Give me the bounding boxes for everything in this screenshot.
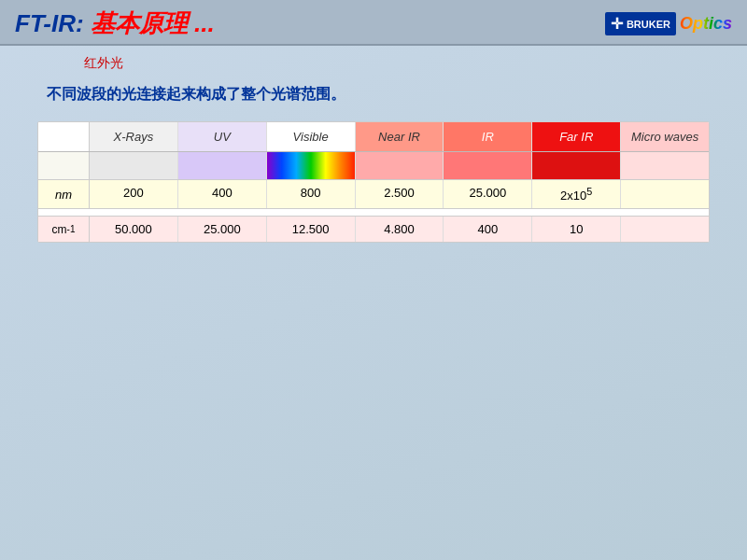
cm-val-25000: 25.000 [178, 217, 267, 242]
cm-label: cm-1 [38, 217, 90, 242]
spacer-row [38, 209, 709, 217]
nm-label: nm [38, 180, 90, 208]
cm-val-12500: 12.500 [267, 217, 356, 242]
spectrum-table: X-Rays UV Visible Near IR IR Far IR Micr… [37, 121, 710, 243]
spec-nearir-label: Near IR [356, 122, 444, 151]
header: FT-IR: 基本原理 ... ✛ BRUKER Optics [0, 0, 747, 46]
color-band-nearir [356, 152, 444, 179]
spec-farir-label: Far IR [532, 122, 621, 151]
page-title: FT-IR: 基本原理 ... [15, 7, 215, 40]
color-band-row [38, 152, 709, 180]
nm-row: nm 200 400 800 2.500 25.000 2x105 [38, 180, 709, 209]
bruker-text: BRUKER [627, 19, 670, 30]
header-label-empty [38, 122, 90, 151]
spec-uv-label: UV [178, 122, 267, 151]
cm-val-400: 400 [444, 217, 532, 242]
optics-logo: Optics [680, 14, 732, 34]
nm-val-800: 800 [267, 180, 356, 208]
nm-val-2500: 2.500 [356, 180, 444, 208]
content-area: 红外光 不同波段的光连接起来构成了整个光谱范围。 X-Rays UV Visib… [0, 46, 747, 252]
spec-ir-label: IR [444, 122, 532, 151]
title-chinese: 基本原理 ... [91, 9, 215, 37]
color-band-xray [90, 152, 178, 179]
color-band-micro [621, 152, 709, 179]
cm-val-50000: 50.000 [90, 217, 178, 242]
color-band-uv [178, 152, 267, 179]
subtitle-text: 红外光 [28, 55, 719, 72]
color-band-ir [444, 152, 532, 179]
color-band-visible [267, 152, 356, 179]
nm-val-2e5: 2x105 [532, 180, 621, 208]
color-band-farir [532, 152, 621, 179]
nm-val-400: 400 [178, 180, 267, 208]
logo-area: ✛ BRUKER Optics [605, 12, 732, 35]
slide: FT-IR: 基本原理 ... ✛ BRUKER Optics 红外光 不同波段… [0, 0, 747, 560]
spectrum-header-row: X-Rays UV Visible Near IR IR Far IR Micr… [38, 122, 709, 152]
nm-val-200: 200 [90, 180, 178, 208]
nm-val-empty [621, 180, 709, 208]
cm-val-empty [621, 217, 709, 242]
nm-val-25000: 25.000 [444, 180, 532, 208]
cm-row: cm-1 50.000 25.000 12.500 4.800 400 10 [38, 217, 709, 242]
cm-val-10: 10 [532, 217, 621, 242]
color-band-empty [38, 152, 90, 179]
bruker-cross-icon: ✛ [611, 15, 623, 33]
spec-xray-label: X-Rays [90, 122, 178, 151]
spec-visible-label: Visible [267, 122, 356, 151]
description-text: 不同波段的光连接起来构成了整个光谱范围。 [28, 85, 719, 105]
cm-val-4800: 4.800 [356, 217, 444, 242]
spec-micro-label: Micro waves [621, 122, 709, 151]
bruker-logo: ✛ BRUKER [605, 12, 676, 35]
